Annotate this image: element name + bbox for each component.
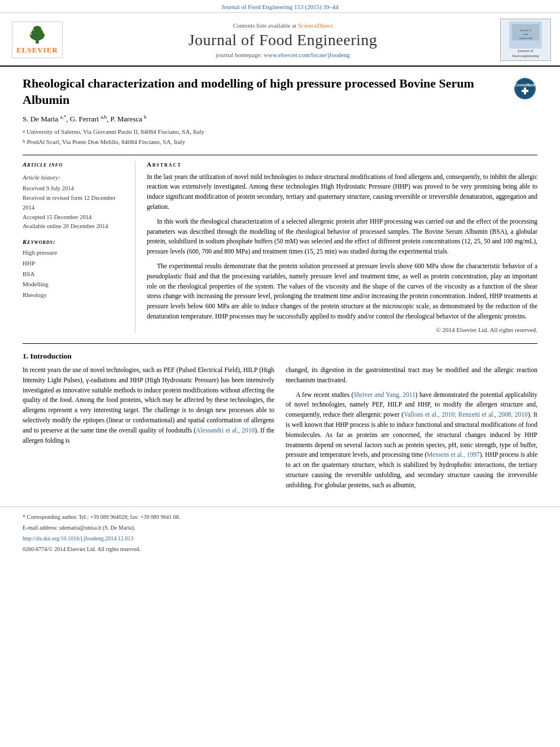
svg-text:CrossMark: CrossMark <box>515 83 535 87</box>
svg-text:journal of: journal of <box>520 29 531 32</box>
intro-para-right-2: A few recent studies (Shriver and Yang, … <box>286 390 537 491</box>
affiliation-b: b ProdAl Scarl, Via Ponte Don Melillo, 8… <box>23 137 537 147</box>
introduction-left-column: In recent years the use of novel technol… <box>23 365 274 495</box>
svg-point-6 <box>33 29 34 30</box>
journal-volume-ref: Journal of Food Engineering 153 (2015) 3… <box>221 3 339 10</box>
introduction-text-left: In recent years the use of novel technol… <box>23 365 274 446</box>
copyright-line: © 2014 Elsevier Ltd. All rights reserved… <box>147 326 537 333</box>
affil-text-b: ProdAl Scarl, Via Ponte Don Melillo, 840… <box>27 137 186 147</box>
svg-rect-16 <box>522 90 528 92</box>
journal-header: ELSEVIER Contents lists available at Sci… <box>0 13 560 67</box>
journal-title: Journal of Food Engineering <box>65 31 500 49</box>
affiliations: a University of Salerno, Via Giovanni Pa… <box>23 127 537 147</box>
journal-homepage: journal homepage: www.elsevier.com/locat… <box>65 51 500 58</box>
journal-url[interactable]: www.elsevier.com/locate/jfoodeng <box>264 51 350 58</box>
footer-issn: 0260-8774/© 2014 Elsevier Ltd. All right… <box>23 545 537 553</box>
svg-point-5 <box>43 32 45 33</box>
abstract-column: Abstract In the last years the utilizati… <box>147 161 537 333</box>
sciencedirect-line: Contents lists available at ScienceDirec… <box>65 22 500 29</box>
svg-point-4 <box>30 33 32 35</box>
history-received: Received 9 July 2014 <box>23 184 127 194</box>
affiliation-a: a University of Salerno, Via Giovanni Pa… <box>23 127 537 137</box>
cover-thumbnail-label: journal offood engineering <box>512 49 539 58</box>
keywords-list: High pressure HHP BSA Modelling Rheology <box>23 247 127 300</box>
author-1: S. De Maria a,*, G. Ferrari a,b, P. Mare… <box>23 115 147 123</box>
affil-sup-a: a <box>23 128 25 137</box>
svg-point-7 <box>41 28 42 29</box>
ref-alessandri-2010[interactable]: Alessandri et al., 2010 <box>196 427 255 434</box>
svg-text:food: food <box>523 33 528 36</box>
journal-header-center: Contents lists available at ScienceDirec… <box>65 22 500 58</box>
keyword-4: Modelling <box>23 279 127 290</box>
keywords-heading: Keywords: <box>23 238 127 245</box>
history-online: Available online 20 December 2014 <box>23 222 127 231</box>
sciencedirect-link[interactable]: ScienceDirect <box>298 22 333 29</box>
article-info-column: Article info Article history: Received 9… <box>23 161 135 333</box>
keyword-2: HHP <box>23 258 127 269</box>
abstract-para-3: The experimental results demonstrate tha… <box>147 261 537 322</box>
abstract-para-2: In this work the rheological characteriz… <box>147 217 537 257</box>
footer-doi: http://dx.doi.org/10.1016/j.jfoodeng.201… <box>23 534 537 543</box>
crossmark-logo[interactable]: CrossMark <box>512 76 537 101</box>
footnote-corresponding: * Corresponding author. Tel.: +39 089 96… <box>23 513 537 521</box>
keywords-section: Keywords: High pressure HHP BSA Modellin… <box>23 238 127 300</box>
cover-thumbnail-image: journal of food engineering <box>509 21 542 49</box>
history-accepted: Accepted 15 December 2014 <box>23 213 127 222</box>
affil-sup-b: b <box>23 138 25 147</box>
article-info-abstract-section: Article info Article history: Received 9… <box>23 155 537 333</box>
page-footer: * Corresponding author. Tel.: +39 089 96… <box>0 506 560 561</box>
footnote-email: E-mail address: sdemaria@unisa.it (S. De… <box>23 523 537 532</box>
ref-shriver-yang-2011[interactable]: Shriver and Yang, 2011 <box>353 391 415 398</box>
introduction-right-column: changed, its digestion in the gastrointe… <box>286 365 537 495</box>
introduction-text-right: changed, its digestion in the gastrointe… <box>286 365 537 491</box>
introduction-heading: 1. Introduction <box>23 352 537 361</box>
doi-link[interactable]: http://dx.doi.org/10.1016/j.jfoodeng.201… <box>23 535 133 541</box>
article-title-section: Rheological characterization and modelli… <box>23 76 537 108</box>
abstract-para-1: In the last years the utilization of nov… <box>147 172 537 212</box>
svg-point-3 <box>33 26 42 32</box>
journal-reference-bar: Journal of Food Engineering 153 (2015) 3… <box>0 0 560 13</box>
elsevier-brand-text: ELSEVIER <box>16 46 58 55</box>
article-title: Rheological characterization and modelli… <box>23 76 512 108</box>
elsevier-tree-icon <box>20 25 54 45</box>
affil-text-a: University of Salerno, Via Giovanni Paol… <box>27 127 204 137</box>
keyword-1: High pressure <box>23 247 127 258</box>
crossmark-icon: CrossMark <box>514 78 536 99</box>
elsevier-logo: ELSEVIER <box>9 21 65 58</box>
ref-messens-1997[interactable]: Messens et al., 1997 <box>427 451 480 458</box>
article-info-heading: Article info <box>23 161 127 168</box>
history-label: Article history: <box>23 172 127 183</box>
article-history: Article history: Received 9 July 2014 Re… <box>23 172 127 232</box>
ref-vallons-2010[interactable]: Vallons et al., 2010; Renzetti et al., 2… <box>404 411 528 418</box>
intro-para-right-1: changed, its digestion in the gastrointe… <box>286 365 537 386</box>
section-divider <box>23 343 537 344</box>
journal-cover-thumbnail: journal of food engineering journal offo… <box>500 19 551 61</box>
abstract-text: In the last years the utilization of nov… <box>147 172 537 322</box>
elsevier-logo-box: ELSEVIER <box>12 21 63 58</box>
authors-line: S. De Maria a,*, G. Ferrari a,b, P. Mare… <box>23 113 537 123</box>
main-content: Rheological characterization and modelli… <box>0 67 560 506</box>
keyword-5: Rheology <box>23 290 127 300</box>
abstract-heading: Abstract <box>147 161 537 168</box>
intro-para-left-1: In recent years the use of novel technol… <box>23 365 274 446</box>
keyword-3: BSA <box>23 269 127 279</box>
svg-text:engineering: engineering <box>519 37 532 40</box>
history-revised: Received in revised form 12 December 201… <box>23 194 127 213</box>
introduction-section: In recent years the use of novel technol… <box>23 365 537 495</box>
